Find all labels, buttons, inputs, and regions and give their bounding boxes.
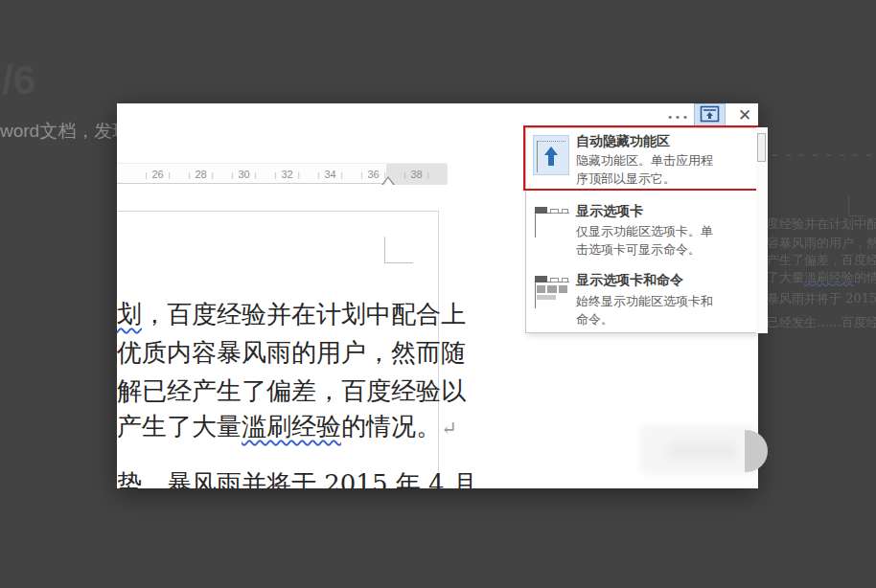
auto-hide-ribbon-icon <box>533 135 569 175</box>
menu-item-description: 仅显示功能区选项卡。单击选项卡可显示命令。 <box>576 222 713 259</box>
more-options-icon[interactable]: ••• <box>663 107 696 126</box>
horizontal-ruler: 26 28 30 32 34 36 38 <box>117 163 448 184</box>
show-tabs-and-commands-icon <box>534 274 570 310</box>
dimmed-text-line: 了大量滥刷经验的情况。↵ <box>767 269 876 286</box>
ruler-number: 26 <box>136 164 179 185</box>
menu-item-description: 始终显示功能区选项卡和命令。 <box>576 292 713 328</box>
menu-item-title: 显示选项卡 <box>576 203 643 220</box>
menu-item-title: 自动隐藏功能区 <box>576 133 670 150</box>
ruler-number: 30 <box>222 164 265 185</box>
backdrop-caption: word文档，发现 <box>0 119 130 144</box>
ribbon-display-options-menu: 自动隐藏功能区 隐藏功能区。单击应用程序顶部以显示它。 显示选项卡 仅显示功能区… <box>525 127 758 333</box>
dimmed-text-line: 容暴风雨的用户，然而随着 <box>767 235 876 252</box>
screenshot-stage: /6 word文档，发现 ••• ✕ 26 28 30 32 34 <box>0 0 876 588</box>
ruler-number: 32 <box>265 164 309 185</box>
menu-item-show-tabs[interactable]: 显示选项卡 仅显示功能区选项卡。单击选项卡可显示命令。 <box>526 197 757 266</box>
menu-item-auto-hide-ribbon[interactable]: 自动隐藏功能区 隐藏功能区。单击应用程序顶部以显示它。 <box>526 128 757 197</box>
ruler-number: 28 <box>179 164 222 185</box>
dimmed-ruler-ticks <box>772 154 872 156</box>
document-line: 献优质内容暴风雨的用户，然而随 <box>117 338 466 367</box>
dimmed-corner-mark <box>848 195 849 215</box>
document-line: 此产生了大量滥刷经验的情况。↵ <box>117 412 457 442</box>
dimmed-text-line: 产生了偏差，百度经验以为 <box>767 252 876 269</box>
show-tabs-icon <box>534 205 570 241</box>
next-arrow-button[interactable] <box>745 430 768 472</box>
page-top-edge <box>117 211 439 212</box>
dimmed-text-line: 暴风雨并将于 2015 年 4 月 <box>767 290 876 307</box>
document-line: 理解已经产生了偏差，百度经验以 <box>117 376 466 405</box>
document-line: 趋势，暴风雨并将于 2015 年 4 月 <box>117 469 477 488</box>
menu-item-description: 隐藏功能区。单击应用程序顶部以显示它。 <box>576 151 713 188</box>
scrollbar-thumb[interactable] <box>757 133 766 162</box>
paragraph-mark: ↵ <box>441 417 457 440</box>
blurred-watermark <box>640 425 757 475</box>
text-boundary-corner-mark <box>384 262 413 263</box>
word-popup-window: ••• ✕ 26 28 30 32 34 36 38 <box>117 103 758 488</box>
close-icon[interactable]: ✕ <box>730 104 758 127</box>
dimmed-text-line: 度经验并在计划中配合上线 <box>767 215 876 233</box>
text-boundary-corner-mark <box>384 237 385 263</box>
document-line: 计划，百度经验并在计划中配合上 <box>117 300 466 328</box>
ruler-number: 38 <box>395 164 438 185</box>
page-indicator: /6 <box>2 57 35 103</box>
dimmed-text-line: 已经发生……百度经验 <box>767 314 876 331</box>
menu-item-title: 显示选项卡和命令 <box>576 272 683 289</box>
ribbon-display-options-button[interactable] <box>694 103 726 129</box>
ruler-number: 34 <box>309 164 352 185</box>
dimmed-background-document: 度经验并在计划中配合上线 容暴风雨的用户，然而随着 产生了偏差，百度经验以为 了… <box>767 134 876 421</box>
indent-marker[interactable] <box>381 176 395 185</box>
menu-item-show-tabs-and-commands[interactable]: 显示选项卡和命令 始终显示功能区选项卡和命令。 <box>526 266 757 334</box>
ribbon-display-options-icon <box>700 105 720 127</box>
